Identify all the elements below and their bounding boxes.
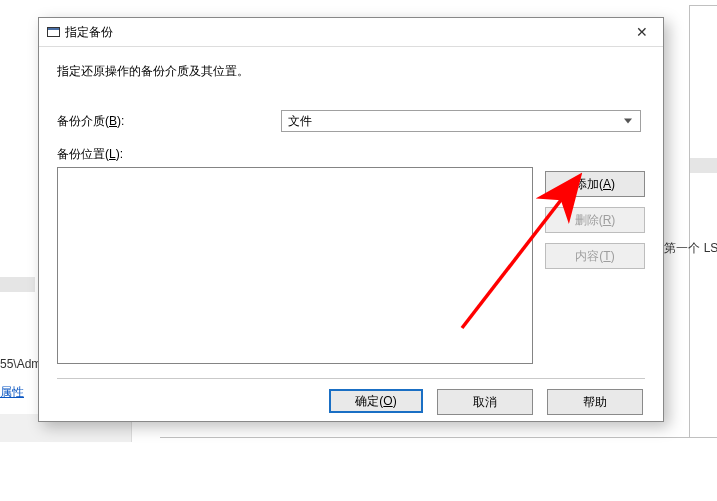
close-button[interactable]: ✕	[621, 18, 663, 46]
separator	[57, 378, 645, 379]
help-button[interactable]: 帮助	[547, 389, 643, 415]
bg-lsn-fragment: 第一个 LSN	[664, 240, 717, 257]
cancel-button[interactable]: 取消	[437, 389, 533, 415]
bg-right-strip	[690, 158, 717, 173]
contents-button[interactable]: 内容(T)	[545, 243, 645, 269]
media-select-value: 文件	[288, 113, 312, 130]
specify-backup-dialog: 指定备份 ✕ 指定还原操作的备份介质及其位置。 备份介质(B): 文件 备份位置…	[38, 17, 664, 422]
backup-location-listbox[interactable]	[57, 167, 533, 364]
location-label-row: 备份位置(L):	[57, 146, 645, 163]
location-label: 备份位置(L):	[57, 146, 281, 163]
media-select[interactable]: 文件	[281, 110, 641, 132]
media-label: 备份介质(B):	[57, 113, 281, 130]
close-icon: ✕	[636, 24, 648, 40]
bg-link-fragment[interactable]: 属性	[0, 384, 24, 401]
footer: 确定(O) 取消 帮助	[57, 389, 645, 415]
bg-gray-strip	[0, 277, 35, 292]
instruction-text: 指定还原操作的备份介质及其位置。	[57, 63, 645, 80]
bg-right-panel	[689, 5, 717, 439]
location-area: 添加(A) 删除(R) 内容(T)	[57, 167, 645, 364]
titlebar: 指定备份 ✕	[39, 18, 663, 47]
dialog-body: 指定还原操作的备份介质及其位置。 备份介质(B): 文件 备份位置(L): 添加…	[39, 47, 663, 425]
ok-button[interactable]: 确定(O)	[329, 389, 423, 413]
window-title: 指定备份	[65, 24, 113, 41]
media-row: 备份介质(B): 文件	[57, 110, 645, 132]
remove-button[interactable]: 删除(R)	[545, 207, 645, 233]
window-icon	[45, 26, 61, 38]
bg-bottom-line	[160, 437, 717, 438]
add-button[interactable]: 添加(A)	[545, 171, 645, 197]
side-buttons: 添加(A) 删除(R) 内容(T)	[545, 167, 645, 364]
